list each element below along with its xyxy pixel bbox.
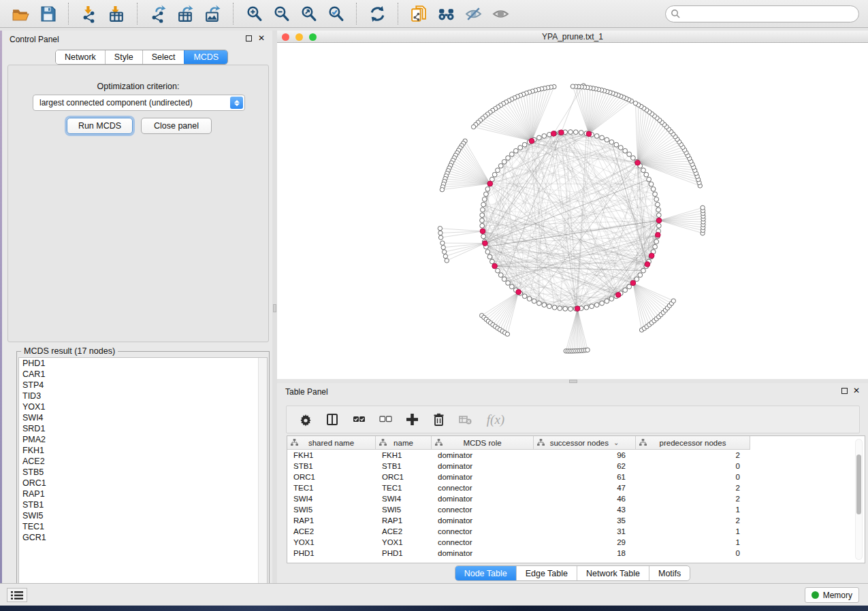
tab-node-table[interactable]: Node Table — [455, 566, 516, 580]
export-table-icon[interactable] — [172, 2, 199, 25]
hide-panels-icon[interactable] — [460, 2, 487, 25]
memory-button[interactable]: Memory — [805, 587, 859, 603]
toolbar-group — [69, 0, 137, 27]
float-panel-icon[interactable] — [246, 35, 252, 42]
table-row[interactable]: STB1STB1dominator620 — [287, 461, 865, 472]
search-network-icon[interactable] — [432, 2, 460, 25]
zoom-in-icon[interactable] — [240, 2, 268, 25]
mcds-result-node[interactable]: PHD1 — [19, 358, 267, 369]
table-row[interactable]: SWI5SWI5connector431 — [287, 504, 865, 515]
close-panel-button[interactable]: Close panel — [141, 118, 212, 134]
fx-label: f(x) — [487, 412, 504, 427]
control-panel: Control Panel ✕ NetworkStyleSelectMCDS O… — [2, 31, 272, 583]
task-history-button[interactable] — [7, 588, 27, 602]
toolbar-group — [398, 0, 521, 27]
table-tabstrip: Node TableEdge TableNetwork TableMotifs — [455, 565, 691, 581]
mcds-result-list[interactable]: PHD1CAR1STP4TID3YOX1SWI4SRD1PMA2FKH1ACE2… — [18, 357, 268, 603]
network-graph[interactable] — [277, 43, 868, 379]
tab-motifs[interactable]: Motifs — [649, 566, 690, 580]
mcds-result-node[interactable]: SWI5 — [19, 510, 267, 521]
vertical-splitter-handle[interactable] — [273, 304, 276, 312]
export-network-icon[interactable] — [144, 2, 172, 25]
network-window-title: YPA_prune.txt_1 — [277, 32, 868, 42]
delete-column-icon[interactable] — [431, 412, 446, 427]
zoom-selected-icon[interactable] — [322, 2, 349, 25]
mcds-result-node[interactable]: STP4 — [19, 380, 267, 391]
split-columns-icon[interactable] — [325, 412, 340, 427]
table-row[interactable]: PHD1PHD1dominator180 — [287, 548, 865, 559]
toolbar-group — [357, 0, 398, 27]
close-table-panel-icon[interactable]: ✕ — [853, 386, 860, 395]
column-header-successor-nodes[interactable]: successor nodes⌄ — [534, 436, 636, 449]
clone-network-icon[interactable] — [405, 2, 432, 25]
export-image-icon[interactable] — [199, 2, 226, 25]
mcds-result-node[interactable]: ACE2 — [19, 456, 267, 467]
mcds-result-node[interactable]: GCR1 — [19, 532, 267, 543]
open-session-icon[interactable] — [7, 2, 34, 25]
mcds-result-node[interactable]: SRD1 — [19, 423, 267, 434]
tab-edge-table[interactable]: Edge Table — [516, 566, 577, 580]
mcds-list-scrollbar[interactable] — [258, 358, 267, 602]
mcds-result-node[interactable]: ORC1 — [19, 478, 267, 489]
criterion-select[interactable]: largest connected component (undirected) — [33, 95, 245, 111]
mcds-result-node[interactable]: CAR1 — [19, 369, 267, 380]
run-mcds-button[interactable]: Run MCDS — [67, 118, 133, 134]
mcds-result-node[interactable]: RAP1 — [19, 489, 267, 499]
settings-icon[interactable] — [298, 412, 313, 427]
function-icon[interactable]: f(x) — [484, 412, 507, 427]
criterion-label: Optimization criterion: — [8, 82, 268, 91]
table-row[interactable]: ORC1ORC1dominator610 — [287, 472, 865, 482]
list-icon — [11, 591, 23, 600]
table-row[interactable]: FKH1FKH1dominator962 — [287, 450, 865, 461]
delete-table-icon[interactable] — [457, 412, 472, 427]
mcds-result-node[interactable]: STB5 — [19, 467, 267, 478]
memory-status-dot — [811, 591, 819, 599]
control-panel-title: Control Panel — [10, 35, 59, 44]
table-row[interactable]: RAP1RAP1dominator352 — [287, 515, 865, 526]
select-all-icon[interactable] — [351, 412, 366, 427]
deselect-all-icon[interactable] — [378, 412, 393, 427]
criterion-value: largest connected component (undirected) — [33, 98, 193, 108]
column-header-predecessor-nodes[interactable]: predecessor nodes — [636, 436, 750, 449]
control-panel-header: Control Panel ✕ — [2, 31, 272, 48]
close-panel-icon[interactable]: ✕ — [258, 33, 265, 43]
toolbar-group — [138, 0, 233, 27]
tab-network-table[interactable]: Network Table — [577, 566, 649, 580]
import-table-icon[interactable] — [103, 2, 130, 25]
table-row[interactable]: YOX1YOX1connector291 — [287, 537, 865, 548]
mcds-result-node[interactable]: TID3 — [19, 391, 267, 401]
float-table-panel-icon[interactable] — [841, 388, 848, 394]
table-scrollbar[interactable] — [855, 439, 863, 560]
import-network-icon[interactable] — [76, 2, 103, 25]
tab-network[interactable]: Network — [56, 50, 105, 64]
column-header-shared-name[interactable]: shared name — [287, 436, 376, 449]
tab-style[interactable]: Style — [105, 50, 142, 64]
column-header-MCDS-role[interactable]: MCDS role — [432, 436, 534, 449]
zoom-fit-icon[interactable] — [295, 2, 322, 25]
mcds-result-node[interactable]: TEC1 — [19, 521, 267, 532]
mcds-result-node[interactable]: PMA2 — [19, 434, 267, 445]
table-body: FKH1FKH1dominator962STB1STB1dominator620… — [287, 450, 865, 559]
network-window-titlebar[interactable]: YPA_prune.txt_1 — [277, 31, 868, 43]
select-stepper-icon[interactable] — [230, 97, 243, 109]
show-panels-icon[interactable] — [487, 2, 514, 25]
tab-select[interactable]: Select — [142, 50, 184, 64]
mcds-result-node[interactable]: SWI4 — [19, 412, 267, 423]
table-row[interactable]: TEC1TEC1connector472 — [287, 482, 865, 493]
save-session-icon[interactable] — [34, 2, 61, 25]
mcds-result-node[interactable]: YOX1 — [19, 401, 267, 412]
table-row[interactable]: ACE2ACE2connector311 — [287, 526, 865, 537]
search-input[interactable] — [665, 5, 859, 22]
mcds-result-group: MCDS result (17 nodes) PHD1CAR1STP4TID3Y… — [16, 351, 270, 605]
mcds-result-node[interactable]: FKH1 — [19, 445, 267, 456]
table-tabs-row: Node TableEdge TableNetwork TableMotifs — [277, 565, 868, 581]
add-column-icon[interactable] — [404, 412, 419, 427]
zoom-out-icon[interactable] — [268, 2, 295, 25]
column-header-name[interactable]: name — [376, 436, 432, 449]
network-view[interactable] — [277, 43, 868, 379]
table-row[interactable]: SWI4SWI4dominator462 — [287, 493, 865, 504]
refresh-layout-icon[interactable] — [364, 2, 391, 25]
table-scrollbar-thumb[interactable] — [856, 455, 861, 514]
tab-mcds[interactable]: MCDS — [184, 50, 227, 64]
mcds-result-node[interactable]: STB1 — [19, 499, 267, 510]
